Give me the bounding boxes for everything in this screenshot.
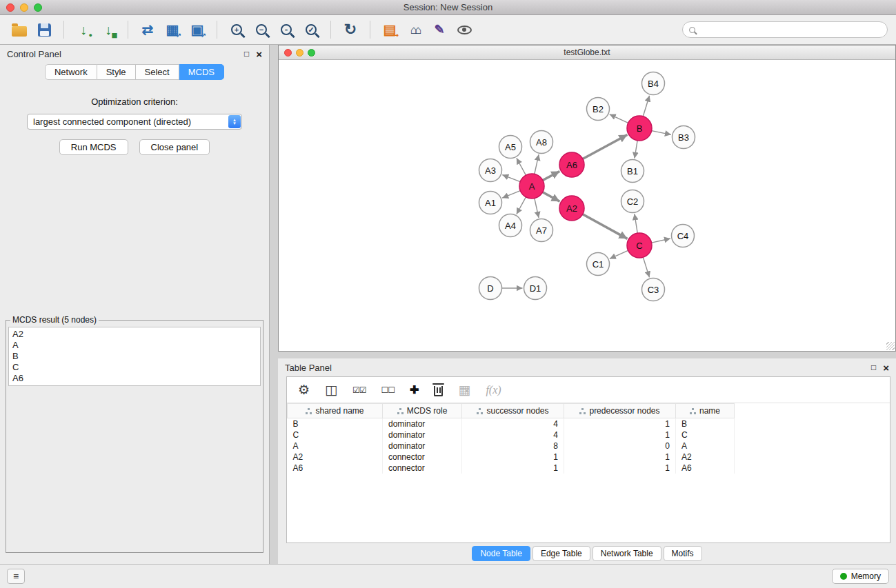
graph-node-A8[interactable]: A8 (530, 131, 553, 154)
deselect-all-rows-button[interactable]: ☐☐ (381, 386, 395, 394)
graph-edge-A-A8[interactable] (535, 154, 539, 174)
close-panel-icon[interactable]: × (256, 49, 262, 59)
memory-button[interactable]: Memory (832, 569, 889, 584)
graph-node-A[interactable]: A (519, 174, 544, 199)
search-input[interactable] (699, 25, 881, 34)
graph-node-A4[interactable]: A4 (499, 214, 522, 237)
graph-node-B2[interactable]: B2 (587, 98, 610, 121)
table-cell[interactable]: 1 (462, 452, 564, 463)
table-cell[interactable]: dominator (383, 429, 462, 440)
graph-node-B3[interactable]: B3 (673, 126, 695, 149)
table-cell[interactable]: A (288, 440, 383, 452)
show-hide-button[interactable] (453, 19, 475, 41)
table-row[interactable]: Bdominator41B (288, 418, 735, 429)
graph-node-C2[interactable]: C2 (621, 190, 644, 213)
network-graph[interactable]: B4B2BB3A8A5A6B1A3AC2A1A2A4A7C4CC1C3DD1 (279, 60, 895, 351)
column-header-successor-nodes[interactable]: successor nodes (462, 404, 564, 418)
tab-select[interactable]: Select (136, 64, 179, 80)
table-row[interactable]: A6connector11A6 (288, 463, 735, 474)
annotation-button[interactable]: ✎ (428, 19, 450, 41)
graph-node-A5[interactable]: A5 (499, 136, 522, 159)
table-cell[interactable]: A2 (676, 452, 735, 463)
tab-edge-table[interactable]: Edge Table (532, 546, 590, 561)
table-cell[interactable]: 4 (462, 418, 564, 429)
tab-network[interactable]: Network (45, 64, 97, 80)
save-session-button[interactable] (33, 19, 55, 41)
zoom-in-button[interactable]: + (226, 19, 248, 41)
table-cell[interactable]: A2 (288, 452, 383, 463)
minimize-window-button[interactable] (20, 3, 28, 12)
mcds-result-item[interactable]: A (12, 340, 257, 351)
open-document-button[interactable]: ▤ ↪ (379, 19, 401, 41)
mcds-result-item[interactable]: A6 (12, 373, 257, 384)
table-cell[interactable]: 1 (462, 463, 564, 474)
close-panel-button[interactable]: Close panel (139, 139, 210, 155)
table-settings-button[interactable]: ⚙ (298, 383, 310, 396)
graph-edge-C-C1[interactable] (610, 250, 628, 258)
graph-edge-A-A2[interactable] (543, 192, 560, 202)
network-zoom-button[interactable] (308, 49, 315, 57)
mcds-result-item[interactable]: B (12, 351, 257, 362)
table-row[interactable]: Adominator80A (288, 440, 735, 452)
zoom-out-button[interactable]: − (250, 19, 272, 41)
function-builder-button[interactable]: f(x) (486, 384, 501, 396)
export-network-button[interactable]: ⇄ (137, 19, 159, 41)
column-header-predecessor-nodes[interactable]: predecessor nodes (564, 404, 676, 418)
graph-edge-B-B4[interactable] (643, 96, 649, 116)
table-cell[interactable]: A6 (676, 463, 735, 474)
table-cell[interactable]: 0 (564, 440, 676, 452)
float-panel-icon[interactable]: □ (244, 50, 249, 58)
table-cell[interactable]: 1 (564, 463, 676, 474)
graph-edge-A-A1[interactable] (502, 191, 520, 198)
import-network-button[interactable]: ↓ ● (72, 19, 94, 41)
table-cell[interactable]: 1 (564, 452, 676, 463)
close-window-button[interactable] (6, 3, 14, 12)
graph-node-C4[interactable]: C4 (672, 225, 695, 247)
tab-network-table[interactable]: Network Table (593, 546, 661, 561)
tab-motifs[interactable]: Motifs (664, 546, 702, 561)
optimization-criterion-select[interactable]: largest connected component (directed) ▲… (27, 114, 242, 130)
graph-node-D1[interactable]: D1 (524, 277, 547, 300)
delete-table-button[interactable]: ▦ × (458, 383, 470, 396)
network-minimize-button[interactable] (296, 49, 303, 57)
table-cell[interactable]: connector (383, 452, 462, 463)
table-cell[interactable]: A (676, 440, 735, 452)
graph-edge-A-A7[interactable] (535, 199, 539, 218)
graph-node-B[interactable]: B (627, 116, 652, 141)
graph-node-C1[interactable]: C1 (587, 253, 610, 276)
mcds-result-list[interactable]: A2ABCA6 (8, 327, 261, 386)
table-row[interactable]: Cdominator41C (288, 429, 735, 440)
graph-edge-B-B1[interactable] (635, 141, 637, 159)
zoom-fit-button[interactable]: ▫ (275, 19, 297, 41)
graph-node-C[interactable]: C (627, 233, 652, 258)
open-session-button[interactable] (8, 19, 30, 41)
graph-node-B1[interactable]: B1 (621, 160, 644, 183)
home-button[interactable]: ⌂⌂ (404, 19, 426, 41)
table-cell[interactable]: 1 (564, 418, 676, 429)
graph-node-A2[interactable]: A2 (559, 196, 584, 221)
graph-edge-A-A4[interactable] (517, 197, 526, 214)
graph-node-A1[interactable]: A1 (479, 192, 502, 214)
graph-node-A3[interactable]: A3 (479, 159, 502, 182)
select-all-rows-button[interactable]: ☑☑ (352, 386, 366, 394)
export-table-button[interactable]: ▦ ↗ (161, 19, 183, 41)
table-cell[interactable]: C (676, 429, 735, 440)
mcds-result-item[interactable]: A2 (12, 329, 257, 340)
graph-edge-A2-C[interactable] (583, 214, 628, 239)
network-close-button[interactable] (284, 49, 292, 57)
graph-node-D[interactable]: D (479, 277, 502, 300)
table-cell[interactable]: C (288, 429, 383, 440)
delete-column-button[interactable] (434, 383, 443, 396)
node-table-area[interactable]: shared nameMCDS rolesuccessor nodesprede… (287, 403, 890, 543)
graph-edge-A-A6[interactable] (543, 171, 559, 180)
column-header-mcds-role[interactable]: MCDS role (383, 404, 462, 418)
add-column-button[interactable]: ✚ (410, 385, 419, 396)
table-cell[interactable]: connector (383, 463, 462, 474)
graph-node-A7[interactable]: A7 (530, 219, 553, 242)
column-visibility-button[interactable]: ◫ (325, 383, 337, 396)
table-row[interactable]: A2connector11A2 (288, 452, 735, 463)
graph-edge-A-A5[interactable] (517, 158, 526, 175)
table-cell[interactable]: B (288, 418, 383, 429)
network-canvas[interactable]: B4B2BB3A8A5A6B1A3AC2A1A2A4A7C4CC1C3DD1 (279, 60, 895, 351)
graph-edge-A6-B[interactable] (583, 135, 628, 159)
